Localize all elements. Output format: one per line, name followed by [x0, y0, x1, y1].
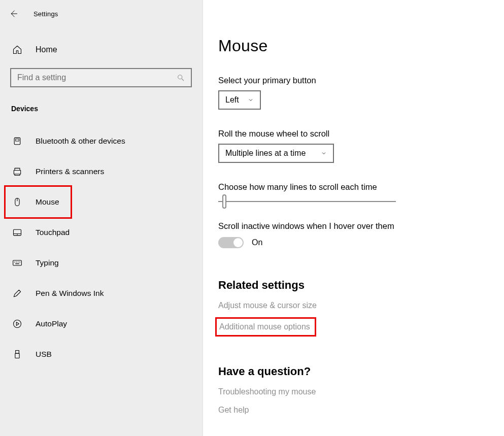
page-title: Mouse — [218, 37, 489, 55]
nav-home-label: Home — [36, 45, 57, 54]
sidebar-item-label: AutoPlay — [36, 319, 67, 328]
link-adjust-cursor[interactable]: Adjust mouse & cursor size — [218, 301, 489, 310]
sidebar-item-typing[interactable]: Typing — [0, 248, 203, 278]
search-input[interactable] — [17, 73, 177, 82]
content-pane: Mouse Select your primary button Left Ro… — [203, 0, 504, 436]
primary-button-combo[interactable]: Left — [218, 90, 261, 110]
primary-button-value: Left — [225, 95, 239, 105]
sidebar-item-bluetooth[interactable]: Bluetooth & other devices — [0, 126, 203, 156]
nav-home[interactable]: Home — [0, 39, 203, 61]
sidebar-item-mouse[interactable]: Mouse — [0, 187, 203, 217]
sidebar-item-label: Typing — [36, 258, 59, 267]
svg-point-15 — [14, 320, 21, 328]
arrow-left-icon — [9, 9, 18, 18]
svg-line-1 — [182, 79, 184, 81]
usb-icon — [12, 349, 22, 359]
pen-icon — [12, 288, 22, 298]
wheel-label: Roll the mouse wheel to scroll — [218, 129, 489, 139]
bluetooth-icon — [12, 136, 22, 146]
sidebar-item-autoplay[interactable]: AutoPlay — [0, 309, 203, 339]
sidebar-section-label: Devices — [0, 87, 203, 113]
link-additional-mouse[interactable]: Additional mouse options — [219, 322, 310, 331]
sidebar-item-label: Printers & scanners — [36, 167, 104, 176]
autoplay-icon — [12, 319, 22, 329]
keyboard-icon — [12, 258, 22, 268]
sidebar-item-pen[interactable]: Pen & Windows Ink — [0, 278, 203, 309]
sidebar-item-touchpad[interactable]: Touchpad — [0, 217, 203, 248]
sidebar: Settings Home Devices Bluetooth & ot — [0, 0, 203, 436]
title-bar: Settings — [0, 4, 203, 23]
inactive-toggle[interactable] — [218, 237, 244, 248]
touchpad-icon — [12, 227, 22, 238]
related-heading: Related settings — [218, 279, 489, 292]
inactive-label: Scroll inactive windows when I hover ove… — [218, 221, 489, 231]
wheel-combo[interactable]: Multiple lines at a time — [218, 144, 334, 163]
svg-rect-16 — [16, 351, 19, 354]
mouse-icon — [12, 197, 22, 207]
wheel-value: Multiple lines at a time — [225, 149, 306, 158]
window-title: Settings — [33, 10, 58, 18]
home-icon — [12, 45, 22, 55]
sidebar-item-label: USB — [36, 350, 52, 359]
sidebar-item-label: Pen & Windows Ink — [36, 289, 104, 298]
search-icon — [177, 74, 185, 82]
toggle-knob — [233, 238, 243, 247]
sidebar-item-usb[interactable]: USB — [0, 339, 203, 370]
back-button[interactable] — [7, 8, 19, 20]
printer-icon — [12, 166, 22, 177]
sidebar-item-label: Bluetooth & other devices — [36, 137, 125, 146]
link-get-help[interactable]: Get help — [218, 406, 489, 415]
slider-thumb[interactable] — [222, 194, 226, 209]
svg-rect-3 — [16, 139, 19, 141]
chevron-down-icon — [248, 97, 254, 103]
sidebar-item-label: Touchpad — [36, 228, 70, 237]
chevron-down-icon — [321, 150, 327, 156]
svg-rect-9 — [13, 260, 22, 265]
search-box[interactable] — [10, 68, 192, 87]
sidebar-item-printers[interactable]: Printers & scanners — [0, 156, 203, 187]
sidebar-nav: Bluetooth & other devices Printers & sca… — [0, 126, 203, 370]
primary-button-label: Select your primary button — [218, 76, 489, 85]
svg-point-0 — [178, 75, 182, 79]
link-troubleshoot[interactable]: Troubleshooting my mouse — [218, 387, 489, 396]
sidebar-item-label: Mouse — [36, 197, 59, 207]
lines-label: Choose how many lines to scroll each tim… — [218, 182, 489, 192]
question-heading: Have a question? — [218, 365, 489, 378]
svg-rect-17 — [15, 353, 19, 358]
lines-slider[interactable] — [218, 201, 396, 202]
inactive-state: On — [252, 238, 262, 247]
